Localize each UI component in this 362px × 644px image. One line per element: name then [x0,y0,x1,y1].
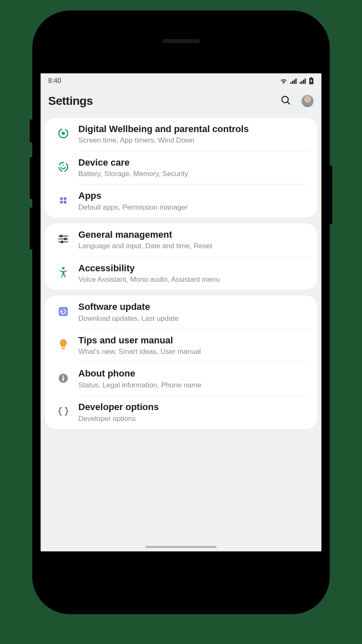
item-title: Tips and user manual [78,335,309,346]
item-title: Software update [78,301,309,312]
signal-2-icon [300,78,306,84]
item-subtitle: Voice Assistant, Mono audio, Assistant m… [78,275,309,284]
page-title: Settings [48,94,93,108]
lightbulb-icon [59,339,68,352]
info-icon [58,373,69,385]
search-button[interactable] [280,95,291,107]
device-care-icon [57,161,69,174]
item-subtitle: Status, Legal information, Phone name [78,381,309,390]
svg-rect-4 [300,82,301,84]
svg-rect-5 [301,81,303,84]
svg-point-14 [59,162,68,171]
svg-point-16 [60,197,63,200]
settings-group: Software update Download updates, Last u… [45,296,317,429]
status-bar: 8:40 [41,73,321,88]
item-subtitle: Battery, Storage, Memory, Security [78,169,309,178]
settings-item-about[interactable]: About phone Status, Legal information, P… [45,362,317,395]
svg-point-30 [62,375,64,377]
item-subtitle: Developer options [78,414,309,423]
svg-rect-7 [305,78,306,84]
wellbeing-icon [57,127,69,141]
svg-point-25 [61,241,63,243]
settings-item-tips[interactable]: Tips and user manual What's new, Smart i… [45,329,317,362]
item-subtitle: What's new, Smart ideas, User manual [78,347,309,356]
svg-rect-0 [290,82,292,84]
svg-rect-9 [310,77,312,78]
svg-point-17 [64,197,67,200]
sliders-icon [58,234,69,245]
code-braces-icon [57,406,70,418]
svg-point-26 [62,267,65,270]
settings-list[interactable]: Digital Wellbeing and parental controls … [41,118,321,551]
svg-rect-31 [62,377,64,381]
svg-point-18 [60,200,63,203]
svg-point-10 [282,96,288,103]
screen: 8:40 [40,73,322,552]
item-subtitle: Screen time, App timers, Wind Down [78,136,309,145]
settings-item-apps[interactable]: Apps Default apps, Permission manager [45,184,317,218]
phone-frame: 8:40 [32,10,330,614]
svg-rect-27 [59,307,68,316]
svg-rect-3 [295,78,297,84]
svg-rect-1 [292,81,293,84]
battery-charging-icon [309,77,314,85]
signal-1-icon [290,78,297,84]
settings-item-general[interactable]: General management Language and input, D… [45,223,317,257]
profile-avatar[interactable] [301,95,314,107]
svg-point-13 [62,132,65,135]
svg-line-11 [287,102,290,104]
item-title: Accessibility [78,263,309,274]
svg-point-23 [65,238,67,240]
item-subtitle: Default apps, Permission manager [78,203,309,212]
home-indicator[interactable] [145,546,217,548]
wifi-icon [279,78,288,84]
software-update-icon [58,306,69,319]
settings-item-software[interactable]: Software update Download updates, Last u… [45,296,317,329]
accessibility-icon [58,267,69,280]
clock: 8:40 [48,77,61,85]
svg-rect-2 [294,80,295,84]
app-header: Settings [41,88,321,118]
svg-rect-6 [303,80,304,84]
settings-item-accessibility[interactable]: Accessibility Voice Assistant, Mono audi… [45,257,317,290]
item-title: General management [78,229,309,240]
svg-point-19 [64,200,67,203]
settings-group: General management Language and input, D… [45,223,317,290]
settings-item-wellbeing[interactable]: Digital Wellbeing and parental controls … [45,118,317,151]
settings-item-developer[interactable]: Developer options Developer options [45,396,317,429]
item-subtitle: Language and input, Date and time, Reset [78,242,309,250]
svg-point-15 [62,164,64,166]
svg-rect-28 [62,348,65,349]
settings-item-devicecare[interactable]: Device care Battery, Storage, Memory, Se… [45,151,317,184]
item-title: Apps [78,190,309,201]
item-title: About phone [78,368,309,379]
item-title: Device care [78,157,309,168]
item-title: Digital Wellbeing and parental controls [78,124,309,135]
settings-group: Digital Wellbeing and parental controls … [45,118,317,218]
apps-icon [58,195,69,208]
item-subtitle: Download updates, Last update [78,314,309,323]
item-title: Developer options [78,402,309,413]
status-icons [279,77,314,85]
svg-point-21 [60,235,62,237]
